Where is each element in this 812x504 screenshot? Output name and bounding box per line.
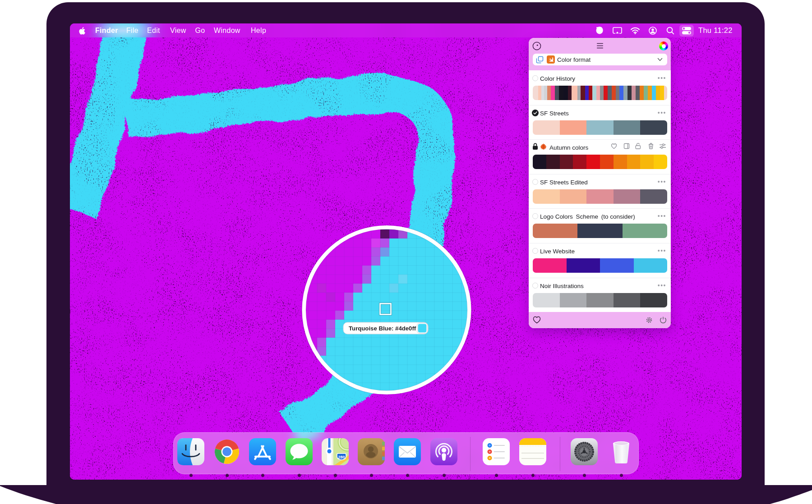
svg-text:Turquoise Blue: #4de0ff: Turquoise Blue: #4de0ff xyxy=(349,325,416,332)
svg-text:280: 280 xyxy=(338,455,345,459)
